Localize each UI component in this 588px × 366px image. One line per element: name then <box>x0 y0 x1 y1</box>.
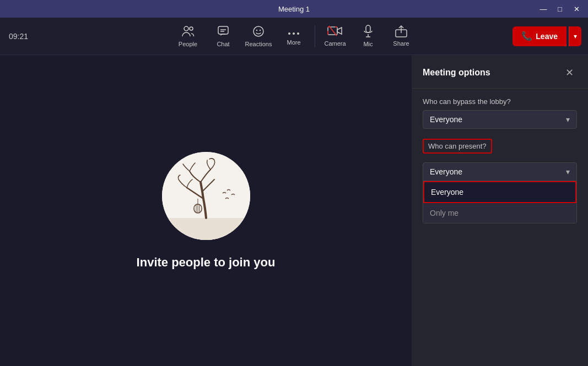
present-value: Everyone <box>430 167 462 176</box>
window-controls: — □ ✕ <box>538 4 581 14</box>
svg-point-5 <box>253 26 263 36</box>
svg-point-0 <box>184 26 188 31</box>
svg-point-9 <box>293 32 295 35</box>
lobby-question: Who can bypass the lobby? <box>423 97 577 106</box>
svg-rect-22 <box>162 218 250 240</box>
chat-button[interactable]: Chat <box>207 20 240 53</box>
mic-button[interactable]: Mic <box>353 20 384 53</box>
people-label: People <box>179 41 197 47</box>
more-label: More <box>287 39 300 46</box>
reactions-label: Reactions <box>245 41 272 47</box>
svg-rect-2 <box>218 26 228 34</box>
lobby-section: Who can bypass the lobby? Everyone ▾ <box>423 97 577 129</box>
leave-button[interactable]: 📞 Leave <box>513 26 567 46</box>
chat-label: Chat <box>217 41 229 47</box>
window-title: Meeting 1 <box>278 5 310 13</box>
camera-button[interactable]: Camera <box>320 20 350 53</box>
toolbar: 09:21 People <box>0 18 588 55</box>
more-button[interactable]: More <box>277 20 310 53</box>
present-section: Who can present? Everyone ▾ Everyone Onl… <box>423 139 577 223</box>
leave-label: Leave <box>536 32 558 41</box>
present-dropdown-container: Everyone ▾ Everyone Only me <box>423 162 577 223</box>
chevron-down-icon: ▾ <box>566 115 570 124</box>
toolbar-right: 📞 Leave ▾ <box>513 26 581 46</box>
invite-text: Invite people to join you <box>137 255 276 270</box>
reactions-button[interactable]: Reactions <box>242 20 275 53</box>
people-icon <box>181 25 195 39</box>
mic-icon <box>363 25 374 39</box>
reactions-icon <box>252 25 265 39</box>
present-select[interactable]: Everyone ▾ <box>423 162 577 181</box>
dropdown-option-everyone[interactable]: Everyone <box>423 181 576 203</box>
svg-rect-16 <box>366 25 370 32</box>
dropdown-option-onlyme[interactable]: Only me <box>423 203 576 223</box>
chat-icon <box>217 25 229 39</box>
people-button[interactable]: People <box>171 20 204 53</box>
mic-label: Mic <box>363 41 373 47</box>
lobby-select[interactable]: Everyone ▾ <box>423 110 577 129</box>
svg-point-8 <box>288 32 290 35</box>
maximize-button[interactable]: □ <box>555 4 565 14</box>
camera-icon <box>327 25 343 39</box>
main-content: Invite people to join you <box>0 55 412 366</box>
panel-body: Who can bypass the lobby? Everyone ▾ Who… <box>412 89 588 366</box>
camera-label: Camera <box>324 40 346 47</box>
lobby-value: Everyone <box>430 115 462 124</box>
toolbar-divider <box>315 25 315 47</box>
phone-icon: 📞 <box>521 31 532 41</box>
present-dropdown-options: Everyone Only me <box>423 181 577 223</box>
meeting-options-panel: Meeting options ✕ Who can bypass the lob… <box>412 55 588 366</box>
close-button[interactable]: ✕ <box>571 4 581 14</box>
panel-header: Meeting options ✕ <box>412 55 588 89</box>
avatar-art <box>162 152 250 240</box>
share-button[interactable]: Share <box>386 20 417 53</box>
svg-point-1 <box>190 27 193 30</box>
title-bar: Meeting 1 — □ ✕ <box>0 0 588 18</box>
time-display: 09:21 <box>0 32 28 41</box>
leave-dropdown-button[interactable]: ▾ <box>569 26 581 46</box>
more-icon <box>288 26 300 37</box>
clock: 09:21 <box>9 32 28 41</box>
avatar <box>162 152 250 240</box>
svg-point-10 <box>297 32 299 35</box>
svg-point-7 <box>260 29 261 30</box>
chevron-down-icon: ▾ <box>574 32 577 40</box>
present-question: Who can present? <box>423 139 492 154</box>
share-icon <box>395 25 407 39</box>
minimize-button[interactable]: — <box>538 4 548 14</box>
toolbar-center: People Chat <box>171 20 417 53</box>
chevron-down-icon: ▾ <box>566 167 570 176</box>
svg-point-6 <box>256 29 257 30</box>
panel-close-button[interactable]: ✕ <box>562 65 577 80</box>
panel-title: Meeting options <box>423 68 490 78</box>
share-label: Share <box>393 40 409 47</box>
